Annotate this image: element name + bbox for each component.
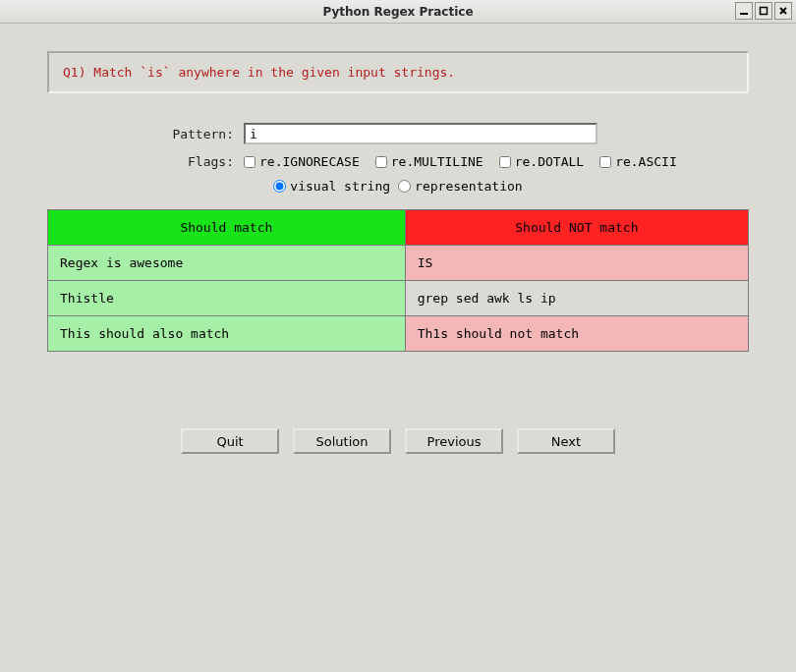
view-visual[interactable]: visual string bbox=[273, 179, 390, 194]
form: Pattern: Flags: re.IGNORECASE re.MULTILI… bbox=[47, 123, 749, 454]
match-cell: This should also match bbox=[48, 316, 406, 352]
flags-label: Flags: bbox=[47, 154, 244, 169]
flag-ignorecase-checkbox[interactable] bbox=[244, 156, 256, 168]
minimize-button[interactable] bbox=[735, 2, 753, 20]
close-button[interactable] bbox=[774, 2, 792, 20]
table-row: Thistlegrep sed awk ls ip bbox=[48, 281, 749, 316]
pattern-row: Pattern: bbox=[47, 123, 749, 144]
nomatch-cell: grep sed awk ls ip bbox=[405, 281, 748, 316]
window-controls bbox=[735, 2, 792, 20]
flag-multiline-label: re.MULTILINE bbox=[391, 154, 483, 169]
flag-ignorecase-label: re.IGNORECASE bbox=[259, 154, 360, 169]
svg-rect-1 bbox=[761, 8, 768, 15]
flag-ascii[interactable]: re.ASCII bbox=[599, 154, 677, 169]
maximize-icon bbox=[759, 6, 768, 16]
nomatch-cell: Th1s should not match bbox=[405, 316, 748, 352]
view-representation-radio[interactable] bbox=[398, 180, 411, 193]
match-cell: Thistle bbox=[48, 281, 406, 316]
flags-row: Flags: re.IGNORECASE re.MULTILINE re.DOT… bbox=[47, 154, 749, 169]
match-table: Should match Should NOT match Regex is a… bbox=[47, 209, 749, 352]
header-should-not-match: Should NOT match bbox=[405, 210, 748, 246]
view-visual-radio[interactable] bbox=[273, 180, 286, 193]
flag-ascii-label: re.ASCII bbox=[615, 154, 677, 169]
flag-dotall-label: re.DOTALL bbox=[515, 154, 584, 169]
pattern-label: Pattern: bbox=[47, 127, 244, 141]
view-representation[interactable]: representation bbox=[398, 179, 523, 194]
flag-multiline[interactable]: re.MULTILINE bbox=[375, 154, 483, 169]
nomatch-cell: IS bbox=[405, 246, 748, 281]
table-row: Regex is awesomeIS bbox=[48, 246, 749, 281]
solution-button[interactable]: Solution bbox=[293, 428, 391, 454]
flag-ignorecase[interactable]: re.IGNORECASE bbox=[244, 154, 360, 169]
button-bar: Quit Solution Previous Next bbox=[47, 428, 749, 454]
maximize-button[interactable] bbox=[755, 2, 772, 20]
question-text: Q1) Match `is` anywhere in the given inp… bbox=[63, 65, 455, 80]
table-row: This should also matchTh1s should not ma… bbox=[48, 316, 749, 352]
client-area: Q1) Match `is` anywhere in the given inp… bbox=[0, 24, 796, 474]
view-visual-label: visual string bbox=[290, 179, 390, 194]
window-title: Python Regex Practice bbox=[0, 5, 796, 19]
flags-group: re.IGNORECASE re.MULTILINE re.DOTALL re.… bbox=[244, 154, 677, 169]
view-mode-row: visual string representation bbox=[47, 179, 749, 194]
header-should-match: Should match bbox=[48, 210, 406, 246]
quit-button[interactable]: Quit bbox=[181, 428, 279, 454]
next-button[interactable]: Next bbox=[517, 428, 615, 454]
previous-button[interactable]: Previous bbox=[405, 428, 503, 454]
flag-ascii-checkbox[interactable] bbox=[599, 156, 611, 168]
flag-dotall[interactable]: re.DOTALL bbox=[499, 154, 584, 169]
pattern-input[interactable] bbox=[244, 123, 597, 144]
close-icon bbox=[778, 6, 788, 16]
flag-dotall-checkbox[interactable] bbox=[499, 156, 511, 168]
minimize-icon bbox=[739, 6, 749, 16]
question-box: Q1) Match `is` anywhere in the given inp… bbox=[47, 51, 749, 93]
table-header-row: Should match Should NOT match bbox=[48, 210, 749, 246]
view-representation-label: representation bbox=[415, 179, 523, 194]
match-cell: Regex is awesome bbox=[48, 246, 406, 281]
title-bar: Python Regex Practice bbox=[0, 0, 796, 24]
flag-multiline-checkbox[interactable] bbox=[375, 156, 387, 168]
